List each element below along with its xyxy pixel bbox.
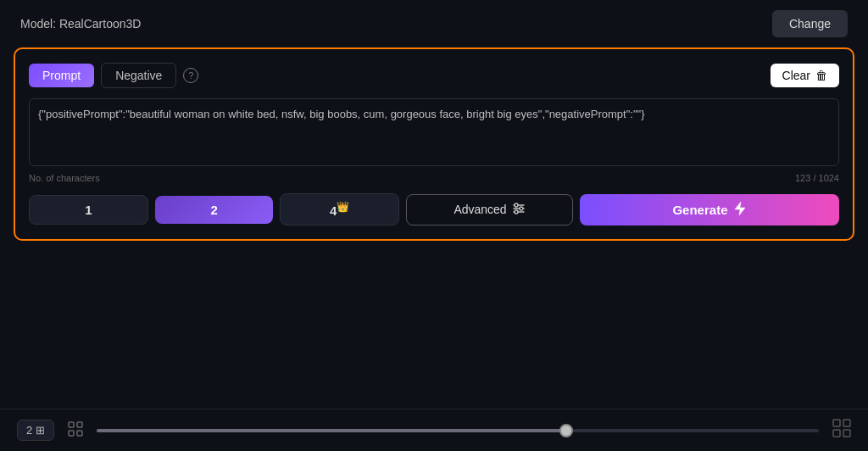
large-grid-icon[interactable] <box>832 419 851 442</box>
grid-view-icon[interactable] <box>68 421 83 440</box>
svg-rect-9 <box>77 431 82 436</box>
char-count: 123 / 1024 <box>795 173 839 183</box>
sliders-icon <box>512 202 526 218</box>
char-count-row: No. of characters 123 / 1024 <box>29 173 839 183</box>
help-icon[interactable]: ? <box>183 68 198 83</box>
svg-rect-13 <box>843 430 850 437</box>
page-grid-icon: ⊞ <box>36 424 45 437</box>
zoom-slider[interactable] <box>97 429 819 432</box>
svg-rect-11 <box>833 430 840 437</box>
prompt-tab[interactable]: Prompt <box>29 64 94 87</box>
main-container: Prompt Negative ? Clear 🗑 No. of charact… <box>14 47 854 241</box>
page-number: 2 <box>26 424 32 437</box>
slider-thumb <box>559 424 573 437</box>
char-label: No. of characters <box>29 173 100 183</box>
count-1-button[interactable]: 1 <box>29 195 148 225</box>
lightning-icon <box>734 201 746 219</box>
generate-button[interactable]: Generate <box>580 194 839 226</box>
view-icons <box>68 421 83 440</box>
tabs-left: Prompt Negative ? <box>29 63 198 88</box>
trash-icon: 🗑 <box>815 69 827 82</box>
page-badge[interactable]: 2 ⊞ <box>17 420 54 441</box>
change-button[interactable]: Change <box>772 10 848 37</box>
slider-fill <box>97 429 566 432</box>
svg-rect-10 <box>833 420 840 426</box>
tabs-row: Prompt Negative ? Clear 🗑 <box>29 63 839 88</box>
crown-icon: 👑 <box>337 201 349 213</box>
count-4-button[interactable]: 4👑 <box>280 193 399 226</box>
advanced-button[interactable]: Advanced <box>406 194 573 226</box>
svg-rect-6 <box>69 422 74 427</box>
svg-point-5 <box>515 210 518 214</box>
svg-rect-7 <box>69 431 74 436</box>
prompt-textarea[interactable] <box>29 98 839 166</box>
bottom-bar: 2 ⊞ <box>0 409 868 451</box>
negative-tab[interactable]: Negative <box>101 63 176 88</box>
svg-rect-12 <box>843 420 850 426</box>
svg-point-1 <box>515 203 518 207</box>
svg-rect-8 <box>77 422 82 427</box>
model-label: Model: RealCartoon3D <box>20 17 141 31</box>
svg-point-3 <box>520 207 523 210</box>
count-2-button[interactable]: 2 <box>155 196 273 224</box>
header: Model: RealCartoon3D Change <box>0 0 868 47</box>
clear-button[interactable]: Clear 🗑 <box>771 64 839 87</box>
controls-row: 1 2 4👑 Advanced Generate <box>29 193 839 226</box>
